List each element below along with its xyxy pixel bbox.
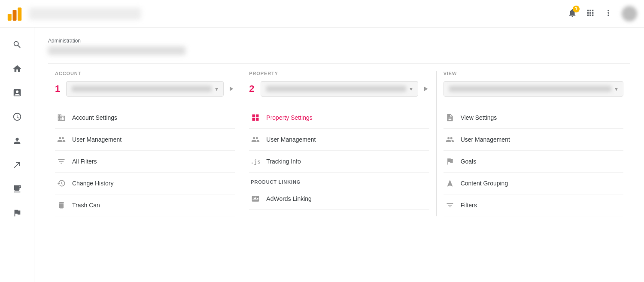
account-name-blurred (48, 46, 185, 55)
sidebar-item-behavior[interactable] (7, 179, 27, 199)
trash-can-label: Trash Can (72, 202, 100, 209)
notification-bell-icon[interactable]: 1 (568, 8, 577, 19)
account-dropdown[interactable]: ▾ (66, 81, 224, 97)
account-col-header: ACCOUNT (55, 71, 235, 76)
goals-flag-icon (445, 157, 455, 166)
users-icon-property (251, 135, 260, 144)
filter-icon-account (57, 157, 66, 166)
sidebar-item-conversions[interactable] (7, 203, 27, 223)
sidebar (0, 27, 34, 282)
account-step-num: 1 (55, 83, 60, 94)
view-menu-list: View Settings User Management Goals (444, 107, 623, 216)
property-settings-item[interactable]: Property Settings (249, 107, 429, 129)
property-dropdown-arrow: ▾ (410, 85, 413, 92)
content-grouping-icon (445, 179, 455, 188)
adwords-linking-label: AdWords Linking (266, 195, 312, 202)
view-dropdown-arrow: ▾ (615, 85, 618, 92)
property-user-management-item[interactable]: User Management (249, 129, 429, 151)
page-header: Administration (48, 38, 630, 55)
adwords-icon (251, 194, 260, 203)
tracking-info-label: Tracking Info (266, 158, 301, 165)
content-area: Administration ACCOUNT 1 ▾ (34, 27, 644, 282)
all-filters-label: All Filters (72, 158, 97, 165)
all-filters-item[interactable]: All Filters (55, 151, 235, 173)
sidebar-item-audience[interactable] (7, 130, 27, 151)
account-settings-item[interactable]: Account Settings (55, 107, 235, 129)
trash-can-item[interactable]: Trash Can (55, 194, 235, 216)
header-divider (48, 64, 630, 64)
trash-icon (57, 200, 66, 210)
property-step-num: 2 (249, 83, 254, 94)
account-settings-label: Account Settings (72, 114, 117, 121)
tracking-info-item[interactable]: .js Tracking Info (249, 151, 429, 173)
avatar[interactable] (622, 6, 637, 21)
account-user-management-item[interactable]: User Management (55, 129, 235, 151)
adwords-linking-item[interactable]: AdWords Linking (249, 188, 429, 210)
change-history-item[interactable]: Change History (55, 173, 235, 194)
more-vert-icon[interactable] (604, 8, 613, 19)
sidebar-item-realtime[interactable] (7, 106, 27, 127)
js-icon: .js (251, 157, 260, 166)
topbar: 1 (0, 0, 644, 27)
notification-count: 1 (573, 6, 580, 12)
admin-label: Administration (48, 38, 630, 44)
view-settings-item[interactable]: View Settings (444, 107, 623, 129)
svg-rect-2 (18, 7, 21, 21)
product-linking-menu-list: AdWords Linking (249, 188, 429, 210)
columns-area: ACCOUNT 1 ▾ Account Settings (48, 71, 630, 216)
sidebar-item-search[interactable] (7, 34, 27, 55)
view-column: VIEW ▾ View Settings (437, 71, 630, 216)
property-dropdown-row: 2 ▾ (249, 81, 429, 97)
account-dropdown-row: 1 ▾ (55, 81, 235, 97)
svg-rect-1 (13, 10, 17, 21)
svg-rect-0 (8, 14, 12, 21)
filter-icon-view (445, 200, 455, 210)
layout-icon (251, 113, 260, 122)
property-col-header: PROPERTY (249, 71, 429, 76)
account-to-property-arrow (227, 85, 235, 93)
sidebar-item-acquisition[interactable] (7, 155, 27, 175)
content-grouping-label: Content Grouping (461, 180, 508, 187)
filters-view-label: Filters (461, 202, 477, 209)
view-user-management-item[interactable]: User Management (444, 129, 623, 151)
building-icon (57, 113, 66, 122)
main-layout: Administration ACCOUNT 1 ▾ (0, 27, 644, 282)
account-menu-list: Account Settings User Management All Fil… (55, 107, 235, 216)
change-history-label: Change History (72, 180, 114, 187)
goals-item[interactable]: Goals (444, 151, 623, 173)
account-user-management-label: User Management (72, 136, 122, 143)
property-dropdown[interactable]: ▾ (261, 81, 418, 97)
view-col-header: VIEW (444, 71, 623, 76)
property-menu-list: Property Settings User Management .js Tr… (249, 107, 429, 173)
document-icon (445, 113, 455, 122)
property-column: PROPERTY 2 ▾ Property Settings (242, 71, 436, 216)
property-user-management-label: User Management (266, 136, 316, 143)
goals-label: Goals (461, 158, 477, 165)
topbar-title (29, 8, 141, 20)
users-icon-account (57, 135, 66, 144)
property-to-view-arrow (422, 85, 429, 93)
view-user-management-label: User Management (461, 136, 510, 143)
property-settings-label: Property Settings (266, 114, 312, 121)
view-settings-label: View Settings (461, 114, 497, 121)
sidebar-item-home[interactable] (7, 58, 27, 79)
history-icon (57, 179, 66, 188)
product-linking-label: PRODUCT LINKING (251, 179, 427, 185)
sidebar-item-customization[interactable] (7, 82, 27, 103)
filters-view-item[interactable]: Filters (444, 194, 623, 216)
account-column: ACCOUNT 1 ▾ Account Settings (48, 71, 242, 216)
account-dropdown-arrow: ▾ (215, 85, 218, 92)
grid-icon[interactable] (586, 8, 595, 19)
content-grouping-item[interactable]: Content Grouping (444, 173, 623, 194)
view-dropdown[interactable]: ▾ (444, 81, 623, 97)
view-dropdown-row: ▾ (444, 81, 623, 97)
users-icon-view (445, 135, 455, 144)
logo[interactable] (7, 6, 22, 21)
topbar-actions: 1 (568, 6, 637, 21)
